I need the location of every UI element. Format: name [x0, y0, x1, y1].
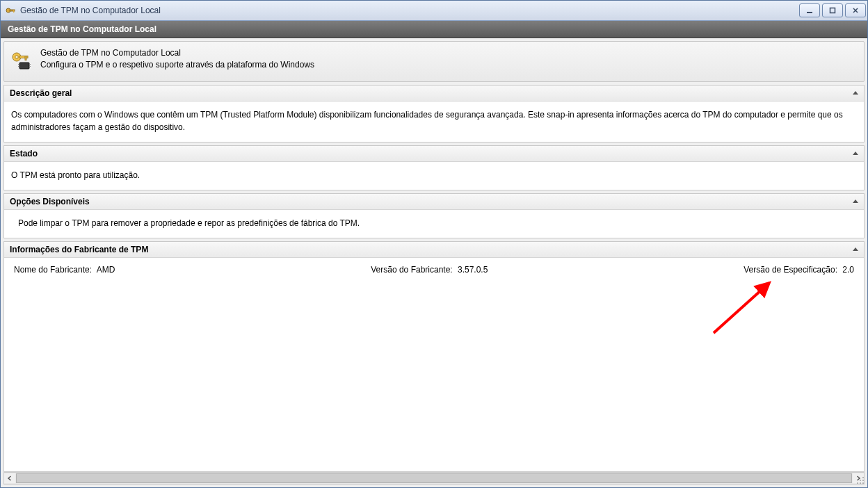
manufacturer-title: Informações do Fabricante de TPM — [10, 245, 148, 254]
intro-panel: Gestão de TPM no Computador Local Config… — [3, 41, 865, 82]
manufacturer-header[interactable]: Informações do Fabricante de TPM — [4, 242, 864, 258]
manufacturer-version: Versão do Fabricante: 3.57.0.5 — [371, 265, 488, 275]
svg-rect-17 — [862, 480, 864, 481]
tpm-chip-key-icon — [10, 49, 32, 71]
overview-header[interactable]: Descrição geral — [4, 86, 864, 101]
minimize-button[interactable] — [799, 3, 820, 17]
manufacturer-name-value: AMD — [97, 265, 115, 275]
svg-line-14 — [714, 283, 769, 333]
manufacturer-name: Nome do Fabricante: AMD — [14, 265, 115, 275]
collapse-icon — [853, 200, 858, 203]
svg-rect-19 — [860, 482, 861, 484]
svg-rect-12 — [29, 64, 31, 65]
maximize-button[interactable] — [822, 3, 843, 17]
options-panel: Opções Disponíveis Pode limpar o TPM par… — [3, 193, 865, 238]
manufacturer-name-label: Nome do Fabricante: — [14, 265, 92, 275]
horizontal-scrollbar[interactable] — [3, 472, 865, 485]
svg-rect-8 — [25, 56, 26, 60]
overview-body: Os computadores com o Windows que contêm… — [4, 101, 864, 142]
manufacturer-version-label: Versão do Fabricante: — [371, 265, 452, 275]
collapse-icon — [853, 91, 858, 95]
close-button[interactable] — [845, 3, 866, 17]
options-body: Pode limpar o TPM para remover a proprie… — [4, 210, 864, 238]
titlebar[interactable]: Gestão de TPM no Computador Local — [1, 1, 867, 21]
scroll-left-button[interactable] — [4, 473, 15, 483]
options-header[interactable]: Opções Disponíveis — [4, 194, 864, 210]
overview-panel: Descrição geral Os computadores com o Wi… — [3, 85, 865, 143]
sub-header: Gestão de TPM no Computador Local — [1, 21, 867, 38]
collapse-icon — [853, 247, 858, 251]
svg-point-6 — [15, 56, 18, 58]
svg-rect-2 — [13, 10, 15, 13]
svg-rect-10 — [18, 64, 19, 65]
collapse-icon — [853, 152, 858, 155]
tpm-key-icon — [5, 5, 16, 16]
svg-rect-11 — [18, 66, 19, 67]
svg-rect-3 — [807, 12, 812, 13]
svg-rect-15 — [862, 477, 864, 478]
status-title: Estado — [10, 149, 38, 158]
sub-header-title: Gestão de TPM no Computador Local — [8, 24, 156, 34]
intro-title: Gestão de TPM no Computador Local — [40, 47, 314, 59]
overview-title: Descrição geral — [10, 88, 72, 98]
tpm-management-window: Gestão de TPM no Computador Local Gestão… — [0, 0, 868, 488]
empty-area — [3, 281, 865, 472]
svg-rect-18 — [857, 482, 858, 484]
content-area: Gestão de TPM no Computador Local Config… — [1, 38, 867, 487]
status-header[interactable]: Estado — [4, 146, 864, 162]
manufacturer-body: Nome do Fabricante: AMD Versão do Fabric… — [4, 258, 864, 283]
svg-rect-4 — [830, 8, 835, 13]
svg-rect-13 — [29, 66, 31, 67]
window-title: Gestão de TPM no Computador Local — [20, 6, 799, 15]
svg-rect-20 — [862, 482, 864, 484]
status-panel: Estado O TPM está pronto para utilização… — [3, 145, 865, 190]
resize-grip-icon[interactable] — [855, 475, 865, 485]
intro-subtitle: Configura o TPM e o respetivo suporte at… — [40, 59, 314, 71]
scroll-thumb[interactable] — [16, 473, 852, 483]
spec-version-value: 2.0 — [842, 265, 854, 275]
manufacturer-panel: Informações do Fabricante de TPM Nome do… — [3, 241, 865, 284]
status-body: O TPM está pronto para utilização. — [4, 162, 864, 190]
window-buttons — [799, 3, 866, 17]
options-title: Opções Disponíveis — [10, 197, 90, 206]
svg-rect-16 — [860, 480, 861, 481]
svg-rect-9 — [19, 63, 29, 69]
spec-version: Versão de Especificação: 2.0 — [744, 265, 854, 275]
annotation-arrow-icon — [700, 277, 783, 340]
spec-version-label: Versão de Especificação: — [744, 265, 837, 275]
manufacturer-version-value: 3.57.0.5 — [458, 265, 488, 275]
